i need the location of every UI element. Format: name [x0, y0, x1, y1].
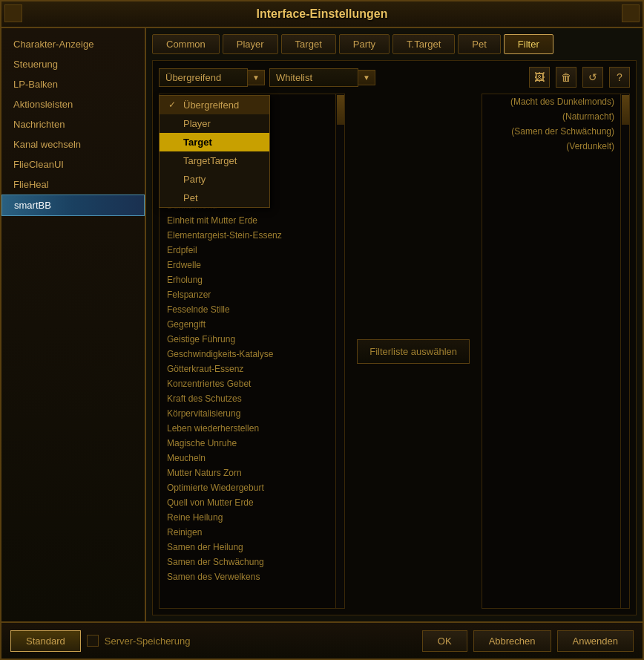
list-item[interactable]: Geistige Führung	[160, 332, 335, 347]
list-item[interactable]: Reine Heilung	[160, 510, 335, 525]
dropdown-option-label: Player	[183, 118, 211, 129]
main-window: Interface-Einstellungen Charakter-Anzeig…	[0, 0, 644, 660]
delete-icon: 🗑	[561, 71, 571, 83]
list-item[interactable]: Magische Unruhe	[160, 436, 335, 451]
dropdown-option-label: Target	[183, 137, 212, 148]
refresh-icon-button[interactable]: ↺	[582, 67, 603, 88]
window-title: Interface-Einstellungen	[257, 7, 388, 20]
abbrechen-button[interactable]: Abbrechen	[473, 630, 551, 652]
dropdown1-popup: ✓ÜbergreifendPlayerTargetTargetTargetPar…	[159, 95, 270, 208]
sidebar-item-flieheal[interactable]: FlieHeal	[1, 174, 145, 195]
sidebar-item-charakter-anzeige[interactable]: Charakter-Anzeige	[1, 34, 145, 54]
delete-icon-button[interactable]: 🗑	[556, 67, 576, 88]
main-content: Charakter-AnzeigeSteuerungLP-BalkenAktio…	[1, 28, 643, 621]
list-item[interactable]: Körpervitalisierung	[160, 406, 335, 421]
bottom-bar: Standard Server-Speicherung OK Abbrechen…	[1, 621, 643, 659]
standard-button[interactable]: Standard	[10, 630, 81, 652]
sidebar-item-fliecleanui[interactable]: FlieCleanUI	[1, 154, 145, 174]
dropdown1-arrow[interactable]: ▼	[248, 70, 265, 85]
dropdown-option-label: Übergreifend	[183, 99, 239, 111]
list-item[interactable]: Optimierte Wiedergeburt	[160, 480, 335, 495]
sidebar: Charakter-AnzeigeSteuerungLP-BalkenAktio…	[1, 28, 146, 621]
right-list-item[interactable]: (Samen der Schwächung)	[482, 124, 620, 139]
dropdown-option-pet[interactable]: Pet	[160, 189, 269, 207]
sidebar-item-nachrichten[interactable]: Nachrichten	[1, 114, 145, 134]
sidebar-item-lp-balken[interactable]: LP-Balken	[1, 74, 145, 94]
dropdown-option-label: Pet	[183, 192, 198, 203]
tab-target[interactable]: Target	[281, 34, 336, 54]
dropdown-option-label: TargetTarget	[183, 155, 237, 166]
tabs-row: CommonPlayerTargetPartyT.TargetPetFilter	[152, 34, 637, 54]
center-panel: Filterliste auswählen	[351, 94, 476, 609]
refresh-icon: ↺	[588, 71, 597, 83]
right-list: (Macht des Dunkelmonds)(Naturmacht)(Same…	[482, 94, 630, 609]
sidebar-item-steuerung[interactable]: Steuerung	[1, 54, 145, 74]
right-list-item[interactable]: (Macht des Dunkelmonds)	[482, 94, 620, 109]
ok-button[interactable]: OK	[422, 630, 467, 652]
corner-decoration-tr	[622, 4, 640, 22]
dropdown2-wrapper: Whitelist ▼	[269, 68, 375, 87]
help-icon-button[interactable]: ?	[609, 67, 630, 88]
tab-party[interactable]: Party	[339, 34, 390, 54]
list-item[interactable]: Erdwelle	[160, 258, 335, 272]
list-item[interactable]: Fesselnde Stille	[160, 302, 335, 317]
list-item[interactable]: Samen des Verwelkens	[160, 569, 335, 584]
dropdown-option-target[interactable]: Target	[160, 133, 269, 151]
right-list-item[interactable]: (Naturmacht)	[482, 109, 620, 124]
server-checkbox[interactable]	[87, 635, 99, 647]
help-icon: ?	[617, 71, 622, 83]
scrollbar-thumb[interactable]	[337, 95, 344, 125]
list-item[interactable]: Quell von Mutter Erde	[160, 495, 335, 510]
right-panel: CommonPlayerTargetPartyT.TargetPetFilter…	[146, 28, 643, 621]
list-item[interactable]: Elementargeist-Stein-Essenz	[160, 228, 335, 243]
right-list-items: (Macht des Dunkelmonds)(Naturmacht)(Same…	[482, 94, 620, 154]
dropdown-option-übergreifend[interactable]: ✓Übergreifend	[160, 96, 269, 114]
check-icon: ✓	[168, 99, 179, 110]
sidebar-item-kanal-wechseln[interactable]: Kanal wechseln	[1, 134, 145, 154]
dropdown1-wrapper: Übergreifend ▼ ✓ÜbergreifendPlayerTarget…	[159, 68, 265, 87]
list-item[interactable]: Götterkraut-Essenz	[160, 362, 335, 376]
dropdown-option-label: Party	[183, 174, 206, 185]
list-item[interactable]: Erholung	[160, 272, 335, 287]
filter-area: Übergreifend ▼ ✓ÜbergreifendPlayerTarget…	[152, 60, 637, 615]
list-item[interactable]: Reinigen	[160, 525, 335, 540]
sidebar-item-aktionsleisten[interactable]: Aktionsleisten	[1, 94, 145, 114]
right-scrollbar[interactable]	[620, 94, 629, 608]
list-item[interactable]: Geschwindigkeits-Katalyse	[160, 347, 335, 362]
dropdown-option-player[interactable]: Player	[160, 114, 269, 133]
list-item[interactable]: Einheit mit Mutter Erde	[160, 213, 335, 228]
list-item[interactable]: Kraft des Schutzes	[160, 391, 335, 406]
dropdown2-arrow[interactable]: ▼	[358, 70, 375, 85]
add-icon: 🖼	[534, 71, 545, 83]
dropdown2[interactable]: Whitelist	[269, 68, 358, 87]
dropdown1[interactable]: Übergreifend	[159, 68, 248, 87]
list-item[interactable]: Mutter Naturs Zorn	[160, 465, 335, 480]
left-list-main: Einheit mit Mutter ErdeElementargeist-St…	[160, 213, 335, 584]
right-list-item[interactable]: (Verdunkelt)	[482, 139, 620, 154]
tab-filter[interactable]: Filter	[504, 34, 553, 54]
list-item[interactable]: Samen der Schwächung	[160, 555, 335, 569]
list-item[interactable]: Felspanzer	[160, 287, 335, 302]
list-item[interactable]: Konzentriertes Gebet	[160, 376, 335, 391]
filter-controls: Übergreifend ▼ ✓ÜbergreifendPlayerTarget…	[159, 67, 630, 88]
sidebar-item-smartbb[interactable]: smartBB	[1, 195, 145, 216]
right-scrollbar-thumb[interactable]	[622, 95, 629, 125]
filter-list-button[interactable]: Filterliste auswählen	[357, 339, 470, 364]
list-item[interactable]: Gegengift	[160, 317, 335, 332]
title-bar: Interface-Einstellungen	[1, 1, 643, 28]
list-item[interactable]: Erdpfeil	[160, 243, 335, 258]
dropdown-option-party[interactable]: Party	[160, 170, 269, 189]
list-item[interactable]: Samen der Heilung	[160, 540, 335, 555]
scrollbar[interactable]	[335, 94, 344, 608]
corner-decoration-tl	[4, 4, 22, 22]
list-item[interactable]: Meucheln	[160, 451, 335, 465]
dropdown-option-targettarget[interactable]: TargetTarget	[160, 151, 269, 170]
tab-common[interactable]: Common	[152, 34, 220, 54]
tab-player[interactable]: Player	[223, 34, 278, 54]
anwenden-button[interactable]: Anwenden	[557, 630, 634, 652]
server-label: Server-Speicherung	[105, 636, 191, 647]
tab-ttarget[interactable]: T.Target	[392, 34, 455, 54]
list-item[interactable]: Leben wiederherstellen	[160, 421, 335, 436]
tab-pet[interactable]: Pet	[458, 34, 501, 54]
add-icon-button[interactable]: 🖼	[529, 67, 550, 88]
